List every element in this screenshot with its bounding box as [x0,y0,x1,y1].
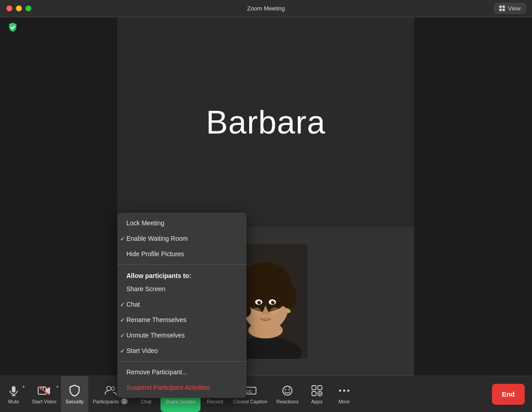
svg-point-13 [281,294,296,308]
share-screen-label: Share Screen [126,285,166,293]
share-screen-label: Share Screen [165,399,196,404]
record-label: Record [207,399,223,404]
main-area: Barbara Barbara is connecting to audio ·… [0,17,532,376]
toolbar-item-reactions[interactable]: + Reactions [272,376,303,412]
hide-profile-pictures-label: Hide Profile Pictures [126,250,184,258]
svg-point-16 [265,267,285,287]
menu-item-lock-meeting[interactable]: Lock Meeting [117,215,246,231]
check-icon-start-video: ✓ [120,347,125,354]
menu-section-3: Remove Participant... Suspend Participan… [117,361,246,398]
allow-participants-header: Allow participants to: [117,268,246,281]
closed-caption-label: Closed Caption [233,399,267,404]
svg-text:+: + [288,386,291,390]
start-video-label: Start Video [32,399,56,404]
window-title: Zoom Meeting [247,5,285,12]
mute-label: Mute [8,399,19,404]
svg-point-56 [343,389,345,392]
svg-point-27 [248,322,283,338]
more-label: More [338,399,350,404]
menu-item-rename-themselves[interactable]: ✓ Rename Themselves [117,312,246,328]
main-video: Barbara Barbara is connecting to audio ·… [117,17,414,227]
menu-item-chat[interactable]: ✓ Chat [117,297,246,312]
allow-participants-label: Allow participants to: [126,272,191,279]
close-button[interactable] [6,5,12,11]
svg-rect-3 [502,9,505,11]
window-controls [6,5,31,11]
chat-label: Chat [126,301,140,308]
svg-rect-1 [502,5,505,8]
toolbar-item-more[interactable]: More [331,376,358,412]
svg-point-46 [285,389,286,390]
start-video-label: Start Video [126,347,158,354]
participants-label: Participants [93,399,119,404]
more-icon [338,384,351,397]
toolbar-item-mute[interactable]: Mute ▲ [0,376,27,412]
reactions-icon: + [281,384,294,397]
enable-waiting-room-label: Enable Waiting Room [126,235,188,242]
view-label: View [508,5,521,12]
video-caret[interactable]: ▲ [55,384,59,388]
toolbar-item-security[interactable]: Security [61,376,88,412]
svg-rect-51 [312,392,316,396]
toolbar-item-apps[interactable]: Apps [303,376,331,412]
maximize-button[interactable] [25,5,31,11]
svg-rect-30 [12,386,15,392]
video-icon [38,384,50,397]
svg-point-20 [260,301,261,302]
titlebar: Zoom Meeting View [0,0,532,17]
svg-point-25 [252,308,261,315]
svg-point-57 [347,389,349,392]
security-icon [68,384,81,397]
menu-item-suspend-activities[interactable]: Suspend Participant Activities [117,380,246,395]
rename-themselves-label: Rename Themselves [126,316,186,323]
participants-icon [104,384,117,397]
toolbar: Mute ▲ Start Video ▲ [0,376,532,412]
chat-label: Chat [141,399,151,404]
check-icon-rename: ✓ [120,317,125,323]
svg-point-24 [273,301,274,302]
menu-item-hide-profile-pictures[interactable]: Hide Profile Pictures [117,246,246,262]
lock-meeting-label: Lock Meeting [126,219,164,227]
menu-item-share-screen[interactable]: Share Screen [117,281,246,297]
check-icon-unmute: ✓ [120,332,125,339]
apps-icon [311,384,323,397]
grid-icon [499,5,506,12]
toolbar-item-start-video[interactable]: Start Video ▲ [27,376,61,412]
svg-point-38 [106,387,110,391]
minimize-button[interactable] [16,5,22,11]
menu-item-unmute-themselves[interactable]: ✓ Unmute Themselves [117,328,246,343]
svg-point-55 [339,389,341,392]
svg-point-29 [287,309,291,313]
mute-icon [7,384,20,397]
security-label: Security [65,399,84,404]
menu-section-1: Lock Meeting ✓ Enable Waiting Room Hide … [117,213,246,264]
menu-item-remove-participant[interactable]: Remove Participant... [117,364,246,380]
check-icon-chat: ✓ [120,301,125,308]
apps-label: Apps [311,399,322,404]
participant-name: Barbara [206,104,326,141]
menu-item-enable-waiting-room[interactable]: ✓ Enable Waiting Room [117,231,246,246]
svg-text:CC: CC [246,389,252,393]
remove-participant-label: Remove Participant... [126,368,187,376]
menu-section-2: Allow participants to: Share Screen ✓ Ch… [117,264,246,361]
shield-icon [7,22,18,33]
svg-rect-2 [499,9,502,11]
check-icon-waiting-room: ✓ [120,235,125,242]
svg-rect-49 [312,386,316,390]
svg-point-39 [111,387,115,390]
participants-count: 2 [121,398,128,404]
svg-rect-0 [499,5,502,8]
svg-point-26 [270,308,279,315]
security-menu: Lock Meeting ✓ Enable Waiting Room Hide … [117,213,246,398]
mute-caret[interactable]: ▲ [22,384,25,388]
end-button[interactable]: End [492,384,525,405]
reactions-label: Reactions [276,399,299,404]
svg-rect-50 [318,386,322,390]
menu-item-start-video[interactable]: ✓ Start Video [117,343,246,358]
suspend-activities-label: Suspend Participant Activities [126,384,210,391]
view-button[interactable]: View [494,3,526,14]
unmute-themselves-label: Unmute Themselves [126,332,185,339]
